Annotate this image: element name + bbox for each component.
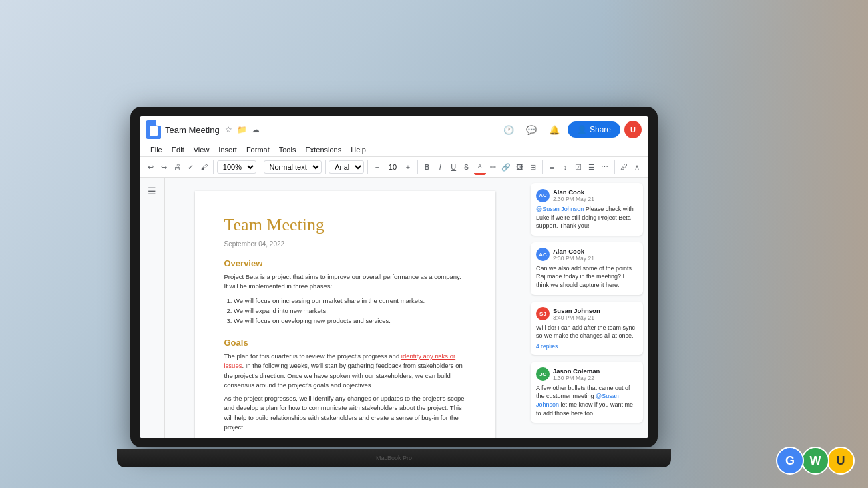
font-size-decrease[interactable]: − — [371, 159, 383, 175]
screen-content: Team Meeting ☆ 📁 ☁ 🕐 💬 🔔 — [140, 116, 648, 438]
highlight-button[interactable]: ✏ — [487, 159, 499, 175]
overview-text: Project Beta is a project that aims to i… — [224, 272, 466, 292]
goals-text-2: As the project progresses, we'll identif… — [224, 394, 466, 432]
menu-help[interactable]: Help — [347, 144, 370, 155]
print-button[interactable]: 🖨 — [172, 159, 184, 175]
text-style-select[interactable]: Normal text — [264, 160, 322, 174]
comment-author: Alan Cook — [553, 248, 594, 255]
comment-header: SJSusan Johnson3:40 PM May 21 — [536, 307, 638, 321]
underline-button[interactable]: U — [447, 159, 459, 175]
font-size-increase[interactable]: + — [402, 159, 414, 175]
menu-edit[interactable]: Edit — [168, 144, 188, 155]
redo-button[interactable]: ↪ — [158, 159, 170, 175]
history-icon[interactable]: 🕐 — [499, 120, 518, 139]
collapse-toolbar-button[interactable]: ∧ — [631, 159, 643, 175]
separator-7 — [614, 160, 615, 174]
list-item-1: 1. We will focus on increasing our marke… — [224, 296, 466, 306]
goals-text-1: The plan for this quarter is to review t… — [224, 352, 466, 390]
align-button[interactable]: ≡ — [546, 159, 558, 175]
laptop-screen: Team Meeting ☆ 📁 ☁ 🕐 💬 🔔 — [130, 107, 658, 447]
comment-info: Alan Cook2:30 PM May 21 — [553, 188, 594, 202]
title-bar: Team Meeting ☆ 📁 ☁ 🕐 💬 🔔 — [140, 116, 648, 143]
sidebar-left: ☰ — [140, 178, 165, 438]
menu-file[interactable]: File — [146, 144, 166, 155]
logo-inner — [150, 126, 158, 136]
undo-button[interactable]: ↩ — [145, 159, 157, 175]
list-item-3: 3. We will focus on developing new produ… — [224, 316, 466, 326]
comment-mention[interactable]: @Susan Johnson — [536, 206, 584, 212]
share-label: Share — [590, 125, 611, 134]
paintformat-button[interactable]: 🖌 — [198, 159, 210, 175]
comment-info: Susan Johnson3:40 PM May 21 — [553, 307, 600, 321]
share-button[interactable]: 👤 Share — [568, 121, 620, 138]
outline-icon[interactable]: ☰ — [148, 186, 156, 196]
bold-button[interactable]: B — [421, 159, 433, 175]
text-color-button[interactable]: A — [474, 159, 486, 175]
comment-time: 2:30 PM May 21 — [553, 255, 594, 262]
menu-insert[interactable]: Insert — [214, 144, 241, 155]
comment-card: ACAlan Cook2:30 PM May 21Can we also add… — [531, 242, 643, 295]
comment-time: 2:30 PM May 21 — [553, 196, 594, 202]
notification-icon[interactable]: 🔔 — [545, 120, 564, 139]
gdocs-logo — [146, 120, 161, 139]
comments-panel: ACAlan Cook2:30 PM May 21@Susan Johnson … — [525, 178, 648, 438]
gwu-w-circle: W — [801, 447, 829, 475]
highlight-text: identify any risks or issues — [224, 352, 456, 369]
overview-heading: Overview — [224, 258, 466, 268]
separator-3 — [325, 160, 326, 174]
separator-2 — [260, 160, 260, 174]
laptop-model: MacBook Pro — [117, 449, 671, 467]
menu-tools[interactable]: Tools — [275, 144, 300, 155]
comment-text: Can we also add some of the points Raj m… — [536, 264, 638, 290]
menu-format[interactable]: Format — [242, 144, 274, 155]
comment-author: Susan Johnson — [553, 307, 600, 314]
doc-title: Team Meeting — [224, 215, 466, 235]
share-icon: 👤 — [577, 125, 587, 134]
separator-1 — [213, 160, 214, 174]
link-button[interactable]: 🔗 — [500, 159, 512, 175]
comment-text: Will do! I can add after the team sync s… — [536, 324, 638, 340]
user-avatar[interactable]: U — [624, 121, 642, 138]
menu-extensions[interactable]: Extensions — [301, 144, 345, 155]
page-area[interactable]: Team Meeting September 04, 2022 Overview… — [165, 178, 525, 438]
checklist-button[interactable]: ☑ — [572, 159, 584, 175]
comment-avatar: AC — [536, 248, 550, 261]
comment-info: Jason Coleman1:30 PM May 22 — [553, 367, 600, 381]
comment-info: Alan Cook2:30 PM May 21 — [553, 248, 594, 262]
comment-text: @Susan Johnson Please check with Luke if… — [536, 205, 638, 230]
comment-text: A few other bullets that came out of the… — [536, 384, 638, 417]
italic-button[interactable]: I — [434, 159, 446, 175]
line-spacing-button[interactable]: ↕ — [559, 159, 571, 175]
gwu-g-circle: G — [776, 447, 804, 475]
chat-icon[interactable]: 💬 — [522, 120, 541, 139]
comment-header: ACAlan Cook2:30 PM May 21 — [536, 248, 638, 262]
zoom-select[interactable]: 100% — [217, 160, 256, 174]
comment-avatar: SJ — [536, 307, 550, 320]
indent-button[interactable]: ⋯ — [599, 159, 611, 175]
separator-6 — [542, 160, 543, 174]
spellcheck-button[interactable]: ✓ — [184, 159, 196, 175]
comment-replies[interactable]: 4 replies — [536, 343, 638, 350]
strikethrough-button[interactable]: S̶ — [461, 159, 473, 175]
comment-avatar: AC — [536, 189, 550, 202]
comment-time: 1:30 PM May 22 — [553, 375, 600, 381]
format-paint-button[interactable]: 🖊 — [618, 159, 630, 175]
laptop-base: MacBook Pro — [117, 449, 671, 467]
image-button[interactable]: 🖼 — [513, 159, 525, 175]
header-right-icons: 🕐 💬 🔔 — [499, 120, 564, 139]
docs-body: ☰ Team Meeting September 04, 2022 Overvi… — [140, 178, 648, 438]
star-icon[interactable]: ☆ — [224, 124, 234, 135]
menu-view[interactable]: View — [190, 144, 214, 155]
font-select[interactable]: Arial — [329, 160, 364, 174]
list-button[interactable]: ☰ — [586, 159, 598, 175]
table-button[interactable]: ⊞ — [527, 159, 539, 175]
folder-icon[interactable]: 📁 — [237, 124, 248, 135]
gdocs-header: Team Meeting ☆ 📁 ☁ 🕐 💬 🔔 — [140, 116, 648, 178]
document-title[interactable]: Team Meeting — [165, 125, 220, 135]
comment-mention[interactable]: @Susan Johnson — [536, 393, 619, 408]
cloud-icon[interactable]: ☁ — [250, 124, 261, 135]
comment-author: Jason Coleman — [553, 367, 600, 375]
gwu-badge: G W U — [776, 447, 855, 475]
laptop: Team Meeting ☆ 📁 ☁ 🕐 💬 🔔 — [130, 107, 671, 467]
goals-heading: Goals — [224, 338, 466, 348]
